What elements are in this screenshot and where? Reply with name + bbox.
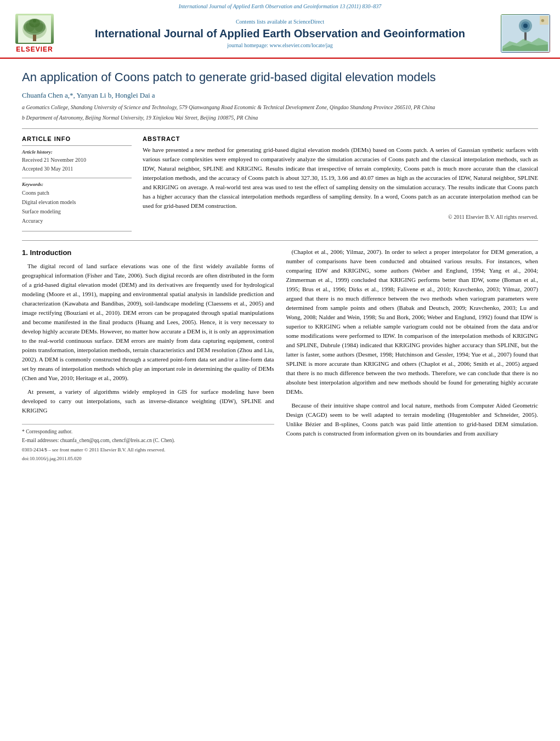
meta-section: ARTICLE INFO Article history: Received 2… <box>22 135 538 231</box>
copyright-text: © 2011 Elsevier B.V. All rights reserved… <box>143 214 538 220</box>
journal-name: International Journal of Applied Earth O… <box>65 26 495 41</box>
article-title: An application of Coons patch to generat… <box>22 70 538 86</box>
homepage-link[interactable]: www.elsevier.com/locate/jag <box>269 42 332 48</box>
abstract-text: We have presented a new method for gener… <box>143 145 538 211</box>
body-columns: 1. Introduction The digital record of la… <box>22 247 538 463</box>
history-label: Article history: <box>22 149 132 155</box>
contents-link: Contents lists available at ScienceDirec… <box>65 19 495 25</box>
intro-heading: 1. Introduction <box>22 247 274 258</box>
authors-line: Chuanfa Chen a,*, Yanyan Li b, Honglei D… <box>22 91 538 100</box>
corresponding-note: * Corresponding author. <box>22 428 274 436</box>
body-para-2: At present, a variety of algorithms wide… <box>22 387 274 415</box>
keyword-2: Digital elevation models <box>22 197 132 207</box>
svg-point-5 <box>35 23 46 32</box>
keyword-4: Accuracy <box>22 216 132 225</box>
journal-header: International Journal of Applied Earth O… <box>0 0 560 59</box>
journal-cover-image: ⊕ <box>501 14 550 53</box>
svg-point-6 <box>29 19 40 27</box>
body-para-1: The digital record of land surface eleva… <box>22 262 274 383</box>
svg-point-3 <box>26 19 43 33</box>
article-info-panel: ARTICLE INFO Article history: Received 2… <box>22 135 132 231</box>
svg-point-4 <box>24 23 35 32</box>
affiliation-b: b Department of Astronomy, Beijing Norma… <box>22 114 538 122</box>
article-info-heading: ARTICLE INFO <box>22 135 132 142</box>
journal-title-block: Contents lists available at ScienceDirec… <box>59 19 501 48</box>
article-container: An application of Coons patch to generat… <box>0 59 560 474</box>
body-left-column: 1. Introduction The digital record of la… <box>22 247 274 463</box>
abstract-heading: ABSTRACT <box>143 135 538 142</box>
received-date: Received 21 November 2010 Accepted 30 Ma… <box>22 156 132 173</box>
footnote-section: * Corresponding author. E-mail addresses… <box>22 424 274 462</box>
author-names: Chuanfa Chen a,*, Yanyan Li b, Honglei D… <box>22 91 155 99</box>
license-line: 0303-2434/$ – see front matter © 2011 El… <box>22 446 274 454</box>
svg-rect-2 <box>33 35 36 41</box>
elsevier-logo: ELSEVIER <box>10 14 59 53</box>
keyword-1: Coons patch <box>22 188 132 197</box>
svg-point-7 <box>33 19 36 22</box>
keywords-label: Keywords: <box>22 182 132 187</box>
body-right-para-2: Because of their intuitive shape control… <box>286 401 539 438</box>
keywords-list: Coons patch Digital elevation models Sur… <box>22 188 132 225</box>
article-reference: International Journal of Applied Earth O… <box>5 3 555 9</box>
elsevier-tree-icon <box>15 14 54 44</box>
abstract-panel: ABSTRACT We have presented a new method … <box>143 135 538 231</box>
svg-point-1 <box>22 19 47 39</box>
elsevier-wordmark: ELSEVIER <box>16 46 53 53</box>
divider-meta <box>22 128 538 129</box>
divider-body <box>22 240 538 241</box>
keyword-3: Surface modeling <box>22 207 132 216</box>
doi-line: doi:10.1016/j.jag.2011.05.020 <box>22 455 274 462</box>
sciencedirect-link[interactable]: ScienceDirect <box>293 19 324 25</box>
email-line: E-mail addresses: chuanfa_chen@qq.com, c… <box>22 437 274 445</box>
svg-text:⊕: ⊕ <box>541 18 545 23</box>
body-right-column: (Chaplot et al., 2006; Yilmaz, 2007). In… <box>286 247 539 463</box>
journal-homepage: journal homepage: www.elsevier.com/locat… <box>65 42 495 48</box>
svg-point-12 <box>523 24 528 28</box>
svg-rect-13 <box>524 32 527 41</box>
body-right-para-1: (Chaplot et al., 2006; Yilmaz, 2007). In… <box>286 247 539 397</box>
affiliation-a: a Geomatics College, Shandong University… <box>22 103 538 111</box>
